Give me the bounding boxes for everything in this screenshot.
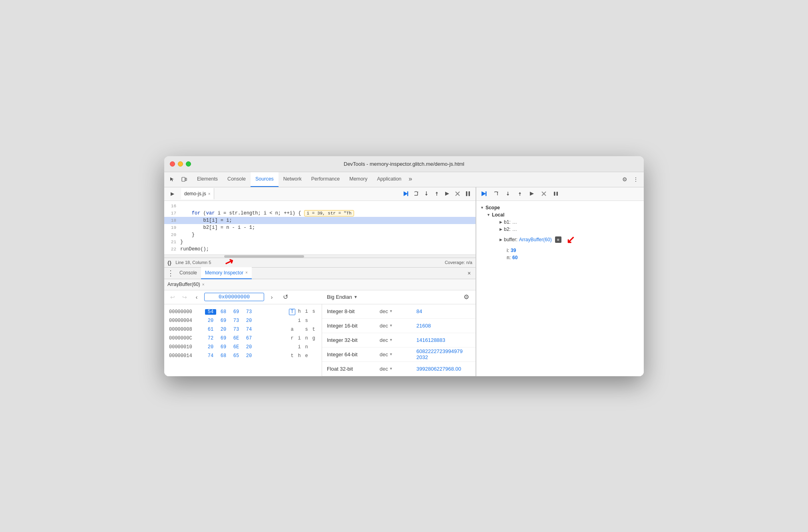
- inspector-row-int32: Integer 32-bit dec ▼ 1416128883: [322, 333, 476, 347]
- cursor-icon[interactable]: [167, 175, 177, 184]
- hex-byte-54[interactable]: 54: [205, 309, 216, 315]
- devtools-window: DevTools - memory-inspector.glitch.me/de…: [164, 156, 644, 376]
- memory-inspector-tab-close[interactable]: ×: [245, 270, 248, 275]
- debug-toolbar: ▶ demo-js.js ×: [164, 187, 476, 201]
- tab-network[interactable]: Network: [279, 172, 306, 187]
- tab-memory[interactable]: Memory: [344, 172, 372, 187]
- nav-back-button[interactable]: ↩: [168, 293, 177, 302]
- scope-pause[interactable]: [551, 189, 560, 198]
- svg-marker-7: [445, 192, 449, 196]
- step-over-button[interactable]: [412, 189, 420, 198]
- svg-rect-10: [466, 191, 468, 196]
- scope-local-header[interactable]: ▼ Local: [487, 211, 640, 218]
- inspector-settings-button[interactable]: ⚙: [462, 293, 471, 302]
- svg-rect-13: [486, 191, 487, 196]
- hex-row-2: 00000008 61 20 73 74 a: [169, 325, 317, 334]
- int8-format-selector[interactable]: dec ▼: [380, 308, 412, 314]
- int8-type-label: Integer 8-bit: [327, 308, 375, 314]
- int32-format-selector[interactable]: dec ▼: [380, 337, 412, 343]
- device-toggle-icon[interactable]: [179, 175, 189, 184]
- nav-next-button[interactable]: ›: [267, 293, 276, 302]
- int32-type-label: Integer 32-bit: [327, 337, 375, 343]
- scope-step-into[interactable]: [504, 189, 512, 198]
- settings-icon[interactable]: ⚙: [620, 175, 629, 184]
- scope-toolbar: [476, 187, 644, 201]
- hex-view: 00000000 54 68 69 73 T: [164, 304, 322, 376]
- tab-elements[interactable]: Elements: [192, 172, 223, 187]
- memory-content: ↩ ↪ ‹ › ↺ 00000000: [164, 290, 476, 376]
- float32-value: 3992806227968.00: [416, 366, 471, 372]
- int64-format-arrow: ▼: [389, 352, 393, 356]
- more-options-icon[interactable]: ⋮: [631, 175, 641, 184]
- step-button[interactable]: [443, 189, 452, 198]
- svg-marker-5: [425, 194, 428, 196]
- window-title: DevTools - memory-inspector.glitch.me/de…: [344, 161, 464, 167]
- local-collapse-icon: ▼: [487, 213, 490, 217]
- code-line-19: 19 b2[i] = n - i - 1;: [164, 224, 476, 231]
- svg-marker-17: [530, 192, 534, 196]
- float32-format-selector[interactable]: dec ▼: [380, 366, 412, 372]
- bottom-tab-bar: ⋮ Console Memory Inspector × ×: [164, 267, 476, 279]
- svg-marker-16: [519, 192, 521, 194]
- hex-char-T[interactable]: T: [289, 309, 295, 315]
- close-button[interactable]: [170, 161, 175, 167]
- tab-more[interactable]: »: [406, 172, 415, 187]
- file-tab-demo-js[interactable]: demo-js.js ×: [181, 188, 214, 199]
- code-editor[interactable]: 16 17 for (var i = str.length; i < n; ++…: [164, 201, 476, 254]
- buffer-tab[interactable]: ArrayBuffer(60) ×: [167, 282, 205, 287]
- endian-label: Big Endian: [327, 294, 352, 300]
- inspector-row-float32: Float 32-bit dec ▼ 3992806227968.00: [322, 362, 476, 376]
- scope-resume-button[interactable]: [480, 189, 488, 198]
- code-line-22: 22 runDemo();: [164, 246, 476, 253]
- int16-value: 21608: [416, 323, 471, 329]
- buffer-expand-icon[interactable]: ▶: [500, 238, 502, 242]
- tab-console[interactable]: Console: [223, 172, 251, 187]
- tab-console[interactable]: Console: [175, 267, 201, 279]
- step-into-button[interactable]: [422, 189, 431, 198]
- scope-deactivate[interactable]: [539, 189, 548, 198]
- memory-toolbar: ↩ ↪ ‹ › ↺: [164, 290, 322, 304]
- minimize-button[interactable]: [178, 161, 183, 167]
- deactivate-breakpoints-button[interactable]: [453, 189, 462, 198]
- open-in-memory-inspector-icon[interactable]: ⊞: [555, 236, 561, 243]
- b2-expand-icon[interactable]: ▶: [500, 227, 502, 231]
- tab-memory-inspector[interactable]: Memory Inspector ×: [201, 267, 252, 279]
- hex-panel: ↩ ↪ ‹ › ↺ 00000000: [164, 290, 322, 376]
- sources-tree-toggle[interactable]: ▶: [167, 189, 177, 199]
- tab-sources[interactable]: Sources: [251, 172, 279, 187]
- maximize-button[interactable]: [186, 161, 191, 167]
- address-input[interactable]: [204, 293, 264, 301]
- svg-marker-6: [436, 192, 438, 193]
- horizontal-scrollbar[interactable]: [164, 254, 476, 258]
- buffer-tab-close[interactable]: ×: [202, 282, 205, 287]
- file-tab-close[interactable]: ×: [208, 192, 211, 196]
- inspector-row-int8: Integer 8-bit dec ▼ 84: [322, 304, 476, 319]
- resume-button[interactable]: [401, 189, 410, 198]
- b1-expand-icon[interactable]: ▶: [500, 220, 502, 224]
- scope-step-out[interactable]: [515, 189, 524, 198]
- scope-local-label: Local: [492, 212, 504, 218]
- code-line-20: 20 }: [164, 231, 476, 238]
- format-button[interactable]: {}: [167, 260, 171, 266]
- refresh-button[interactable]: ↺: [281, 293, 290, 302]
- tab-more-icon[interactable]: ⋮: [166, 268, 175, 278]
- scope-collapse-icon: ▼: [480, 206, 484, 210]
- traffic-lights: [170, 161, 191, 167]
- int64-format-selector[interactable]: dec ▼: [380, 351, 412, 357]
- svg-marker-15: [507, 194, 509, 196]
- pause-on-exceptions-button[interactable]: [464, 189, 472, 198]
- nav-prev-button[interactable]: ‹: [192, 293, 201, 302]
- close-bottom-panel-button[interactable]: ×: [464, 268, 474, 278]
- scope-step[interactable]: [527, 189, 536, 198]
- scope-item-buffer: ▶ buffer: ArrayBuffer(60) ⊞ ↙: [493, 233, 640, 247]
- tab-application[interactable]: Application: [372, 172, 406, 187]
- endian-selector[interactable]: Big Endian ▼: [327, 294, 358, 300]
- scope-header[interactable]: ▼ Scope: [480, 204, 640, 211]
- tab-performance[interactable]: Performance: [306, 172, 345, 187]
- nav-forward-button[interactable]: ↪: [180, 293, 189, 302]
- svg-marker-14: [497, 192, 498, 193]
- buffer-tab-label: ArrayBuffer(60): [167, 282, 200, 287]
- step-out-button[interactable]: [432, 189, 441, 198]
- scope-step-over[interactable]: [492, 189, 500, 198]
- int16-format-selector[interactable]: dec ▼: [380, 323, 412, 329]
